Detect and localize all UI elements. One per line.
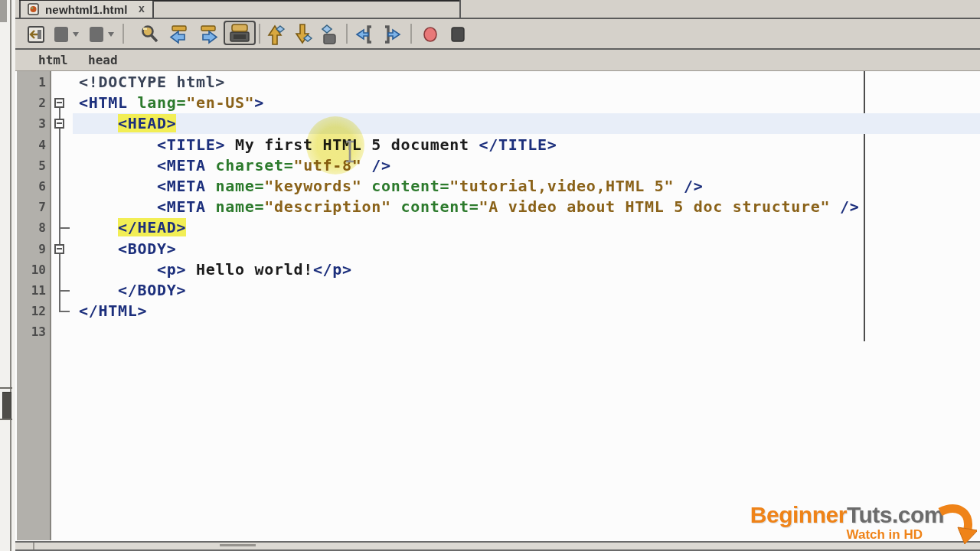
- fold-connector-line: [59, 108, 60, 312]
- code-line: <META name="keywords" content="tutorial,…: [73, 176, 980, 197]
- code-token: <META: [157, 177, 206, 195]
- code-token: <META: [157, 156, 206, 174]
- shift-left-icon: [353, 24, 376, 45]
- sidebar-collapse-handle[interactable]: [2, 392, 11, 419]
- code-line: </HEAD>: [73, 217, 980, 238]
- shift-line-right-button[interactable]: [380, 22, 404, 47]
- fold-toggle[interactable]: [54, 119, 64, 129]
- code-line: <META charset="utf-8" />: [73, 155, 980, 176]
- left-edge-divider: [0, 419, 12, 420]
- code-token: "keywords": [264, 177, 361, 195]
- bookmark-list-button[interactable]: [317, 22, 341, 47]
- back-dropdown-icon: [51, 24, 80, 44]
- highlighted-occurrence: </HEAD>: [118, 218, 186, 236]
- forward-dropdown-button[interactable]: [84, 22, 116, 47]
- html-file-icon: [28, 3, 40, 15]
- magnifier-icon: [139, 24, 161, 45]
- back-dropdown-button[interactable]: [49, 22, 81, 47]
- left-edge-divider: [0, 387, 12, 389]
- left-edge-border: [10, 0, 11, 551]
- code-token: Hello world!: [186, 260, 313, 279]
- fold-toggle[interactable]: [54, 98, 64, 108]
- find-next-occurrence-button[interactable]: [196, 22, 220, 47]
- code-token: <p>: [157, 260, 186, 279]
- record-icon: [420, 24, 440, 44]
- watermark: BeginnerTuts.com Watch in HD: [750, 504, 944, 541]
- scrollbar-thumb[interactable]: [220, 544, 256, 546]
- toolbar-separator: [346, 24, 348, 44]
- watermark-tagline: Watch in HD: [750, 528, 923, 541]
- line-number: 9: [17, 239, 46, 259]
- watermark-brand-orange: Beginner: [750, 502, 847, 527]
- next-bookmark-button[interactable]: [291, 22, 315, 47]
- breadcrumb-item-html[interactable]: html: [38, 53, 68, 67]
- line-number: 6: [17, 176, 46, 197]
- toolbar-separator: [259, 24, 260, 44]
- code-token: "A video about HTML 5 doc structure": [479, 197, 830, 216]
- start-macro-recording-button[interactable]: [418, 22, 443, 47]
- forward-dropdown-icon: [86, 24, 115, 44]
- code-line: <TITLE> My first HTML 5 document </TITLE…: [73, 135, 980, 155]
- code-token: "description": [264, 197, 391, 216]
- code-token: content=: [391, 197, 479, 216]
- left-edge-top-block: [0, 0, 7, 22]
- screen: newhtml1.html x html head 12345678910111…: [0, 0, 980, 551]
- find-previous-icon: [168, 24, 191, 45]
- stop-icon: [448, 24, 468, 44]
- find-selection-button[interactable]: [138, 22, 162, 47]
- code-token: lang=: [128, 93, 186, 112]
- code-token: >: [254, 93, 264, 112]
- line-number: 10: [17, 259, 46, 280]
- code-token: <HTML: [79, 93, 128, 112]
- code-line: <META name="description" content="A vide…: [73, 197, 980, 217]
- bookmark-list-icon: [318, 23, 341, 46]
- bookmark-up-icon: [264, 23, 287, 46]
- line-number: 7: [17, 197, 46, 217]
- line-number: 5: [17, 155, 46, 176]
- highlight-icon: [227, 22, 253, 44]
- toolbar-separator: [410, 24, 412, 44]
- shift-line-left-button[interactable]: [352, 22, 377, 47]
- find-next-icon: [197, 24, 220, 45]
- code-token: "en-US": [186, 93, 254, 112]
- code-line: </BODY>: [73, 280, 980, 301]
- fold-toggle[interactable]: [54, 244, 64, 254]
- breadcrumb-item-head[interactable]: head: [88, 53, 118, 67]
- tab-newhtml1[interactable]: newhtml1.html x: [19, 1, 154, 18]
- breadcrumb: html head: [15, 50, 980, 71]
- last-edit-position-button[interactable]: [24, 22, 48, 47]
- tab-close-icon[interactable]: x: [139, 2, 145, 15]
- line-number: 11: [17, 280, 46, 301]
- ibeam-cursor-icon: [344, 140, 356, 163]
- line-number: 2: [17, 93, 46, 113]
- code-line: [73, 321, 980, 342]
- stop-macro-recording-button[interactable]: [446, 22, 470, 47]
- code-line: <BODY>: [73, 239, 980, 259]
- watermark-brand: BeginnerTuts.com: [750, 504, 944, 527]
- previous-bookmark-button[interactable]: [263, 22, 288, 47]
- code-token: charset=: [206, 156, 294, 174]
- toggle-highlight-search-button[interactable]: [224, 21, 256, 45]
- watermark-brand-gray: Tuts.com: [847, 502, 944, 527]
- code-line: <!DOCTYPE html>: [73, 72, 980, 93]
- line-number: 1: [17, 72, 46, 93]
- code-token: </TITLE>: [479, 135, 557, 154]
- code-editor[interactable]: 12345678910111213 <!DOCTYPE html><HTML l…: [15, 71, 980, 541]
- code-token: </HTML>: [79, 302, 147, 320]
- code-token: content=: [362, 177, 450, 195]
- fold-end-mark: [59, 290, 70, 292]
- code-token: <BODY>: [118, 240, 176, 258]
- window-left-edge: [0, 0, 15, 551]
- fold-end-mark: [59, 227, 70, 229]
- code-line: <HTML lang="en-US">: [73, 93, 980, 113]
- horizontal-scrollbar[interactable]: [0, 541, 980, 551]
- code-line: <p> Hello world!</p>: [73, 259, 980, 280]
- code-token: <!DOCTYPE html>: [79, 73, 225, 91]
- code-token: "tutorial,video,HTML 5": [449, 177, 674, 195]
- find-previous-occurrence-button[interactable]: [167, 22, 191, 47]
- editor-tab-bar: newhtml1.html x: [15, 0, 980, 19]
- scrollbar-corner-mark: [33, 543, 34, 549]
- line-number: 13: [17, 321, 46, 342]
- fold-end-mark: [59, 311, 70, 312]
- code-token: <TITLE>: [157, 135, 225, 154]
